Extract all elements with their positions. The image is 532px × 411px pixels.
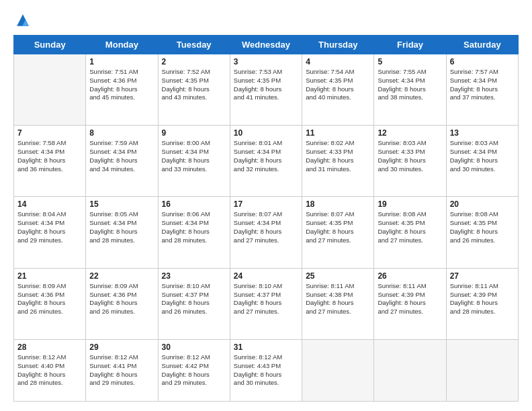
day-number: 12: [378, 128, 442, 138]
cell-info: Sunrise: 7:53 AM Sunset: 4:35 PM Dayligh…: [234, 68, 298, 102]
calendar-cell: 26Sunrise: 8:11 AM Sunset: 4:39 PM Dayli…: [374, 268, 446, 339]
calendar-cell: 6Sunrise: 7:57 AM Sunset: 4:34 PM Daylig…: [446, 54, 518, 126]
logo-text: [13, 12, 31, 28]
calendar-cell: 24Sunrise: 8:10 AM Sunset: 4:37 PM Dayli…: [230, 268, 302, 339]
cell-info: Sunrise: 8:11 AM Sunset: 4:38 PM Dayligh…: [306, 282, 370, 316]
day-number: 4: [306, 57, 370, 66]
day-number: 16: [162, 199, 226, 209]
day-number: 13: [450, 128, 515, 138]
cell-info: Sunrise: 8:03 AM Sunset: 4:34 PM Dayligh…: [450, 139, 515, 173]
calendar-cell: 25Sunrise: 8:11 AM Sunset: 4:38 PM Dayli…: [302, 268, 374, 339]
cell-info: Sunrise: 8:00 AM Sunset: 4:34 PM Dayligh…: [162, 139, 226, 173]
day-number: 10: [234, 128, 298, 138]
day-number: 21: [17, 271, 82, 281]
calendar-header-saturday: Saturday: [446, 36, 518, 54]
calendar-cell: 22Sunrise: 8:09 AM Sunset: 4:36 PM Dayli…: [86, 268, 158, 339]
calendar-cell: [446, 339, 518, 401]
cell-info: Sunrise: 8:08 AM Sunset: 4:35 PM Dayligh…: [450, 210, 515, 244]
day-number: 24: [234, 271, 298, 281]
day-number: 3: [234, 57, 298, 66]
day-number: 25: [306, 271, 370, 281]
calendar-header-sunday: Sunday: [14, 36, 86, 54]
calendar-header-thursday: Thursday: [302, 36, 374, 54]
calendar-cell: 11Sunrise: 8:02 AM Sunset: 4:33 PM Dayli…: [302, 126, 374, 197]
calendar-cell: 30Sunrise: 8:12 AM Sunset: 4:42 PM Dayli…: [158, 339, 230, 401]
day-number: 20: [450, 199, 515, 209]
cell-info: Sunrise: 8:07 AM Sunset: 4:35 PM Dayligh…: [306, 210, 370, 244]
calendar-cell: 5Sunrise: 7:55 AM Sunset: 4:34 PM Daylig…: [374, 54, 446, 126]
cell-info: Sunrise: 8:12 AM Sunset: 4:41 PM Dayligh…: [89, 353, 154, 387]
calendar-cell: 3Sunrise: 7:53 AM Sunset: 4:35 PM Daylig…: [230, 54, 302, 126]
day-number: 9: [162, 128, 226, 138]
logo: [13, 12, 31, 28]
calendar-cell: 7Sunrise: 7:58 AM Sunset: 4:34 PM Daylig…: [14, 126, 86, 197]
cell-info: Sunrise: 7:57 AM Sunset: 4:34 PM Dayligh…: [450, 68, 515, 102]
cell-info: Sunrise: 7:51 AM Sunset: 4:36 PM Dayligh…: [89, 68, 154, 102]
day-number: 1: [89, 57, 154, 66]
cell-info: Sunrise: 8:10 AM Sunset: 4:37 PM Dayligh…: [234, 282, 298, 316]
calendar-cell: 2Sunrise: 7:52 AM Sunset: 4:35 PM Daylig…: [158, 54, 230, 126]
calendar-cell: 12Sunrise: 8:03 AM Sunset: 4:33 PM Dayli…: [374, 126, 446, 197]
day-number: 11: [306, 128, 370, 138]
calendar-cell: 21Sunrise: 8:09 AM Sunset: 4:36 PM Dayli…: [14, 268, 86, 339]
day-number: 2: [162, 57, 226, 66]
calendar-header-tuesday: Tuesday: [158, 36, 230, 54]
day-number: 26: [378, 271, 442, 281]
day-number: 27: [450, 271, 515, 281]
calendar-cell: 8Sunrise: 7:59 AM Sunset: 4:34 PM Daylig…: [86, 126, 158, 197]
calendar-cell: 19Sunrise: 8:08 AM Sunset: 4:35 PM Dayli…: [374, 197, 446, 268]
calendar-cell: 4Sunrise: 7:54 AM Sunset: 4:35 PM Daylig…: [302, 54, 374, 126]
calendar-header-row: SundayMondayTuesdayWednesdayThursdayFrid…: [14, 36, 519, 54]
cell-info: Sunrise: 8:09 AM Sunset: 4:36 PM Dayligh…: [17, 282, 82, 316]
cell-info: Sunrise: 8:02 AM Sunset: 4:33 PM Dayligh…: [306, 139, 370, 173]
header: [13, 12, 519, 28]
calendar-cell: 10Sunrise: 8:01 AM Sunset: 4:34 PM Dayli…: [230, 126, 302, 197]
page: SundayMondayTuesdayWednesdayThursdayFrid…: [0, 0, 532, 411]
calendar-cell: 16Sunrise: 8:06 AM Sunset: 4:34 PM Dayli…: [158, 197, 230, 268]
calendar-week-4: 21Sunrise: 8:09 AM Sunset: 4:36 PM Dayli…: [14, 268, 519, 339]
logo-icon: [15, 12, 31, 28]
day-number: 22: [89, 271, 154, 281]
calendar-header-wednesday: Wednesday: [230, 36, 302, 54]
cell-info: Sunrise: 8:09 AM Sunset: 4:36 PM Dayligh…: [89, 282, 154, 316]
calendar-table: SundayMondayTuesdayWednesdayThursdayFrid…: [13, 35, 519, 402]
day-number: 28: [17, 342, 82, 352]
calendar-cell: [302, 339, 374, 401]
cell-info: Sunrise: 7:58 AM Sunset: 4:34 PM Dayligh…: [17, 139, 82, 173]
day-number: 31: [234, 342, 298, 352]
day-number: 14: [17, 199, 82, 209]
cell-info: Sunrise: 8:12 AM Sunset: 4:43 PM Dayligh…: [234, 353, 298, 387]
day-number: 19: [378, 199, 442, 209]
cell-info: Sunrise: 7:52 AM Sunset: 4:35 PM Dayligh…: [162, 68, 226, 102]
day-number: 29: [89, 342, 154, 352]
calendar-cell: 15Sunrise: 8:05 AM Sunset: 4:34 PM Dayli…: [86, 197, 158, 268]
day-number: 18: [306, 199, 370, 209]
calendar-cell: [14, 54, 86, 126]
calendar-cell: 27Sunrise: 8:11 AM Sunset: 4:39 PM Dayli…: [446, 268, 518, 339]
day-number: 23: [162, 271, 226, 281]
cell-info: Sunrise: 8:11 AM Sunset: 4:39 PM Dayligh…: [450, 282, 515, 316]
calendar-cell: 9Sunrise: 8:00 AM Sunset: 4:34 PM Daylig…: [158, 126, 230, 197]
calendar-cell: 17Sunrise: 8:07 AM Sunset: 4:34 PM Dayli…: [230, 197, 302, 268]
cell-info: Sunrise: 7:59 AM Sunset: 4:34 PM Dayligh…: [89, 139, 154, 173]
calendar-cell: 13Sunrise: 8:03 AM Sunset: 4:34 PM Dayli…: [446, 126, 518, 197]
cell-info: Sunrise: 8:04 AM Sunset: 4:34 PM Dayligh…: [17, 210, 82, 244]
calendar-cell: 14Sunrise: 8:04 AM Sunset: 4:34 PM Dayli…: [14, 197, 86, 268]
cell-info: Sunrise: 8:05 AM Sunset: 4:34 PM Dayligh…: [89, 210, 154, 244]
cell-info: Sunrise: 8:01 AM Sunset: 4:34 PM Dayligh…: [234, 139, 298, 173]
calendar-cell: 28Sunrise: 8:12 AM Sunset: 4:40 PM Dayli…: [14, 339, 86, 401]
cell-info: Sunrise: 7:54 AM Sunset: 4:35 PM Dayligh…: [306, 68, 370, 102]
calendar-week-1: 1Sunrise: 7:51 AM Sunset: 4:36 PM Daylig…: [14, 54, 519, 126]
cell-info: Sunrise: 8:06 AM Sunset: 4:34 PM Dayligh…: [162, 210, 226, 244]
cell-info: Sunrise: 8:12 AM Sunset: 4:40 PM Dayligh…: [17, 353, 82, 387]
calendar-cell: 29Sunrise: 8:12 AM Sunset: 4:41 PM Dayli…: [86, 339, 158, 401]
calendar-cell: 18Sunrise: 8:07 AM Sunset: 4:35 PM Dayli…: [302, 197, 374, 268]
calendar-week-5: 28Sunrise: 8:12 AM Sunset: 4:40 PM Dayli…: [14, 339, 519, 401]
calendar-week-3: 14Sunrise: 8:04 AM Sunset: 4:34 PM Dayli…: [14, 197, 519, 268]
cell-info: Sunrise: 7:55 AM Sunset: 4:34 PM Dayligh…: [378, 68, 442, 102]
calendar-cell: 23Sunrise: 8:10 AM Sunset: 4:37 PM Dayli…: [158, 268, 230, 339]
day-number: 6: [450, 57, 515, 66]
cell-info: Sunrise: 8:10 AM Sunset: 4:37 PM Dayligh…: [162, 282, 226, 316]
calendar-cell: [374, 339, 446, 401]
calendar-cell: 31Sunrise: 8:12 AM Sunset: 4:43 PM Dayli…: [230, 339, 302, 401]
